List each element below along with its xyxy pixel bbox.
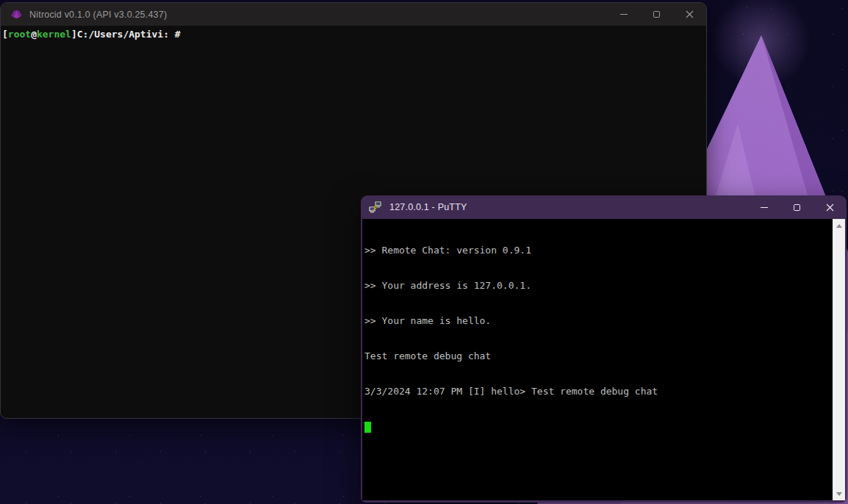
scrollbar[interactable] bbox=[833, 219, 845, 500]
minimize-icon bbox=[761, 207, 768, 208]
scroll-down-icon bbox=[836, 492, 842, 496]
nitrocid-titlebar[interactable]: Nitrocid v0.1.0 (API v3.0.25.437) bbox=[1, 3, 706, 26]
putty-logo-icon bbox=[368, 201, 383, 214]
prompt-host: kernel bbox=[37, 29, 71, 40]
maximize-button[interactable] bbox=[780, 195, 813, 219]
close-icon bbox=[826, 204, 834, 212]
maximize-button[interactable] bbox=[640, 3, 673, 26]
scroll-up-button[interactable] bbox=[833, 220, 845, 231]
nitrocid-terminal[interactable]: [root@kernel]C:/Users/Aptivi: # bbox=[1, 26, 706, 43]
scroll-up-icon bbox=[836, 224, 842, 228]
putty-window: 127.0.0.1 - PuTTY >> Remote Chat: versio… bbox=[361, 195, 847, 503]
scroll-down-button[interactable] bbox=[833, 488, 845, 500]
prompt-path: ]C:/Users/Aptivi: # bbox=[71, 29, 181, 40]
prompt-bracket-open: [ bbox=[2, 29, 8, 40]
putty-content: >> Remote Chat: version 0.9.1 >> Your ad… bbox=[362, 219, 845, 500]
terminal-line: Test remote debug chat bbox=[364, 350, 833, 362]
close-button[interactable] bbox=[813, 195, 847, 219]
putty-window-controls bbox=[747, 195, 847, 219]
nitrocid-window-title: Nitrocid v0.1.0 (API v3.0.25.437) bbox=[29, 10, 167, 20]
terminal-cursor bbox=[364, 422, 371, 433]
prompt-user: root bbox=[8, 29, 31, 40]
putty-window-title: 127.0.0.1 - PuTTY bbox=[389, 202, 467, 212]
minimize-icon bbox=[620, 14, 628, 15]
terminal-line: >> Remote Chat: version 0.9.1 bbox=[364, 245, 833, 256]
nitrocid-window-controls bbox=[607, 3, 706, 26]
prompt-line: [root@kernel]C:/Users/Aptivi: # bbox=[2, 29, 181, 40]
close-button[interactable] bbox=[673, 3, 706, 26]
maximize-icon bbox=[653, 11, 660, 18]
putty-terminal[interactable]: >> Remote Chat: version 0.9.1 >> Your ad… bbox=[362, 219, 833, 500]
terminal-line: >> Your address is 127.0.0.1. bbox=[364, 280, 833, 292]
maximize-icon bbox=[794, 204, 800, 211]
minimize-button[interactable] bbox=[607, 3, 640, 26]
putty-titlebar[interactable]: 127.0.0.1 - PuTTY bbox=[361, 195, 847, 219]
terminal-line: >> Your name is hello. bbox=[364, 315, 833, 327]
nitrocid-logo-icon bbox=[11, 10, 22, 19]
terminal-line: 3/3/2024 12:07 PM [I] hello> Test remote… bbox=[364, 386, 833, 397]
prompt-at: @ bbox=[31, 29, 37, 40]
close-icon bbox=[686, 10, 694, 18]
minimize-button[interactable] bbox=[747, 195, 780, 219]
